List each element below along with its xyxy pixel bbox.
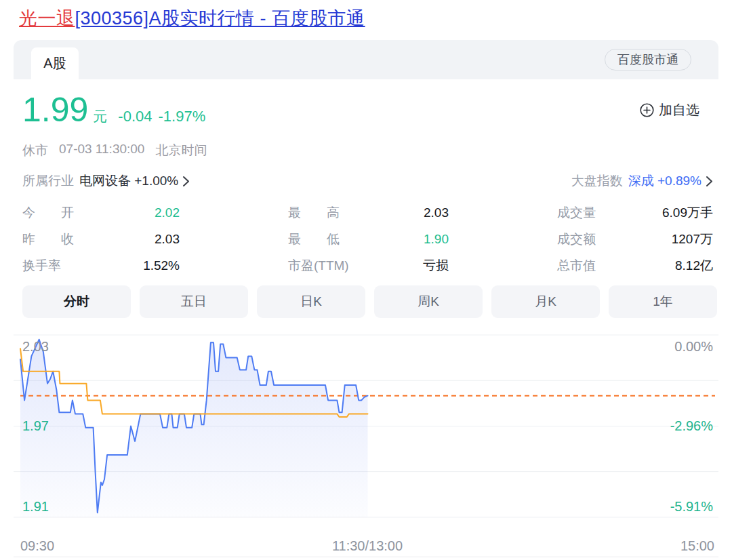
- period-tab-monthly-k[interactable]: 月K: [491, 285, 600, 318]
- chevron-right-icon: [706, 176, 713, 187]
- period-tab-daily-k[interactable]: 日K: [257, 285, 365, 318]
- tab-bar: A股 百度股市通: [14, 40, 718, 79]
- quote-content: 1.99 元 -0.04 -1.97% 加自选 休市 07-03 11:30:0…: [14, 79, 718, 557]
- price-change-pct: -1.97%: [158, 108, 205, 125]
- price-row: 1.99 元 -0.04 -1.97% 加自选: [14, 79, 718, 127]
- x-axis-mid-time: 11:30/13:00: [332, 538, 403, 554]
- current-price: 1.99: [22, 93, 88, 127]
- period-tab-minute[interactable]: 分时: [22, 285, 131, 318]
- page-title-stock-name: 光一退: [19, 8, 75, 28]
- y-axis-price-top: 2.03: [22, 339, 49, 354]
- chart-period-tabs: 分时 五日 日K 周K 月K 1年: [14, 279, 718, 318]
- add-to-watchlist-label: 加自选: [659, 101, 699, 119]
- stat-day-high: 最高 2.03: [288, 199, 449, 226]
- price-unit: 元: [93, 107, 107, 126]
- x-axis-close-time: 15:00: [680, 538, 714, 554]
- market-index-label: 大盘指数: [571, 172, 623, 190]
- page-title-link[interactable]: 光一退[300356]A股实时行情 - 百度股市通: [19, 6, 365, 31]
- stats-grid: 今开 2.02 最高 2.03 成交量 6.09万手 昨收 2.03 最低 1.…: [14, 190, 718, 279]
- y-axis-pct-bottom: -5.91%: [670, 499, 713, 514]
- stat-turnover-amount: 成交额 1207万: [557, 226, 713, 252]
- tab-a-share-label: A股: [43, 54, 66, 73]
- stat-market-cap: 总市值 8.12亿: [557, 252, 713, 279]
- industry-label: 所属行业: [22, 172, 74, 190]
- tab-a-share[interactable]: A股: [31, 47, 79, 79]
- y-axis-price-mid: 1.97: [22, 418, 49, 433]
- period-tab-weekly-k[interactable]: 周K: [374, 285, 483, 318]
- market-index-link[interactable]: 深成 +0.89%: [628, 172, 702, 190]
- y-axis-pct-mid: -2.96%: [670, 418, 713, 433]
- stat-prev-close: 昨收 2.03: [22, 226, 180, 252]
- stat-turnover-rate: 换手率 1.52%: [22, 252, 180, 279]
- x-axis-open-time: 09:30: [20, 538, 54, 554]
- timezone-label: 北京时间: [155, 142, 207, 159]
- page-title-rest: [300356]A股实时行情 - 百度股市通: [75, 8, 365, 28]
- quote-card: A股 百度股市通 1.99 元 -0.04 -1.97% 加自选 休市 07-0…: [14, 40, 718, 557]
- industry-link[interactable]: 电网设备 +1.00%: [79, 172, 178, 190]
- baidu-gushitong-badge[interactable]: 百度股市通: [605, 49, 691, 71]
- circle-plus-icon: [640, 103, 654, 117]
- price-change: -0.04: [118, 108, 152, 125]
- intraday-chart[interactable]: 2.03 1.97 1.91 0.00% -2.96% -5.91% 09:30…: [14, 330, 718, 557]
- intraday-chart-canvas: [14, 330, 718, 527]
- market-index-group: 大盘指数 深成 +0.89%: [571, 172, 713, 190]
- stat-today-open: 今开 2.02: [22, 199, 180, 226]
- market-status-row: 休市 07-03 11:30:00 北京时间: [14, 127, 718, 159]
- x-axis-labels: 09:30 11:30/13:00 15:00: [14, 538, 718, 554]
- stat-volume: 成交量 6.09万手: [557, 199, 713, 226]
- badge-label: 百度股市通: [617, 52, 678, 68]
- y-axis-pct-top: 0.00%: [674, 339, 713, 354]
- quote-datetime: 07-03 11:30:00: [59, 142, 144, 159]
- stat-pe-ttm: 市盈(TTM) 亏损: [288, 252, 449, 279]
- chevron-right-icon: [182, 176, 190, 187]
- add-to-watchlist-button[interactable]: 加自选: [640, 101, 699, 119]
- period-tab-5day[interactable]: 五日: [140, 285, 248, 318]
- market-state: 休市: [22, 142, 48, 159]
- stat-day-low: 最低 1.90: [288, 226, 449, 252]
- industry-index-row: 所属行业 电网设备 +1.00% 大盘指数 深成 +0.89%: [14, 159, 718, 190]
- y-axis-price-bottom: 1.91: [22, 499, 49, 514]
- period-tab-1year[interactable]: 1年: [609, 285, 717, 318]
